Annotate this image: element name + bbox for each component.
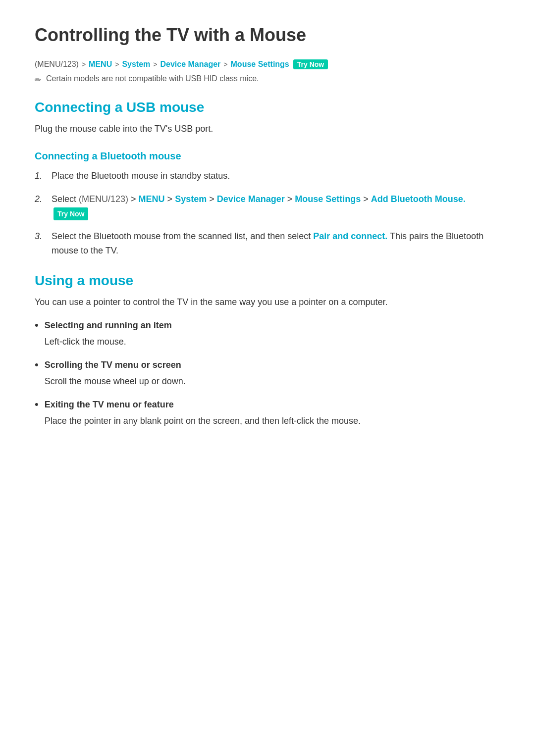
note-text: Certain models are not compatible with U… xyxy=(46,74,259,83)
step-2-arrow-3: > xyxy=(209,194,217,204)
using-bullet-list: • Selecting and running an item Left-cli… xyxy=(35,319,500,428)
step-2-menu123: (MENU/123) xyxy=(79,194,128,204)
note-row: ✏ Certain models are not compatible with… xyxy=(35,74,500,85)
using-item-1: • Selecting and running an item Left-cli… xyxy=(35,319,500,349)
using-section-heading: Using a mouse xyxy=(35,273,500,289)
bluetooth-step-1: 1. Place the Bluetooth mouse in standby … xyxy=(35,169,500,183)
step-3-text-before: Select the Bluetooth mouse from the scan… xyxy=(52,231,313,241)
breadcrumb-arrow-3: > xyxy=(153,60,157,68)
bullet-dot-3: • xyxy=(35,399,39,410)
step-3-content: Select the Bluetooth mouse from the scan… xyxy=(52,229,500,258)
page-title: Controlling the TV with a Mouse xyxy=(35,25,500,46)
using-item-2-content: Scrolling the TV menu or screen Scroll t… xyxy=(45,358,186,388)
breadcrumb-arrow-2: > xyxy=(115,60,119,68)
breadcrumb-arrow-1: > xyxy=(82,60,86,68)
bluetooth-step-2: 2. Select (MENU/123) > MENU > System > D… xyxy=(35,192,500,221)
step-2-arrow-2: > xyxy=(167,194,175,204)
try-now-badge-step2[interactable]: Try Now xyxy=(54,207,88,220)
using-section-intro: You can use a pointer to control the TV … xyxy=(35,296,500,309)
try-now-badge-main[interactable]: Try Now xyxy=(293,59,328,69)
using-item-3: • Exiting the TV menu or feature Place t… xyxy=(35,398,500,428)
breadcrumb-menu[interactable]: MENU xyxy=(89,60,112,69)
note-icon: ✏ xyxy=(35,75,41,85)
step-2-arrow-1: > xyxy=(131,194,139,204)
step-1-text: Place the Bluetooth mouse in standby sta… xyxy=(52,169,230,183)
bullet-dot-1: • xyxy=(35,320,39,331)
usb-section-heading: Connecting a USB mouse xyxy=(35,100,500,115)
step-2-device-manager[interactable]: Device Manager xyxy=(217,194,285,204)
bluetooth-section-heading: Connecting a Bluetooth mouse xyxy=(35,151,500,162)
step-2-text-before: Select xyxy=(52,194,79,204)
breadcrumb-device-manager[interactable]: Device Manager xyxy=(160,60,221,69)
step-2-arrow-5: > xyxy=(363,194,371,204)
step-2-number: 2. xyxy=(35,192,45,206)
bluetooth-step-3: 3. Select the Bluetooth mouse from the s… xyxy=(35,229,500,258)
step-1-number: 1. xyxy=(35,169,45,183)
bullet-dot-2: • xyxy=(35,359,39,370)
step-2-menu[interactable]: MENU xyxy=(139,194,165,204)
step-2-content: Select (MENU/123) > MENU > System > Devi… xyxy=(52,192,500,221)
usb-section-body: Plug the mouse cable into the TV's USB p… xyxy=(35,122,500,136)
breadcrumb-system[interactable]: System xyxy=(122,60,150,69)
using-item-3-desc: Place the pointer in any blank point on … xyxy=(45,414,361,428)
breadcrumb-mouse-settings[interactable]: Mouse Settings xyxy=(231,60,289,69)
step-3-pair-connect[interactable]: Pair and connect. xyxy=(313,231,387,241)
using-item-2: • Scrolling the TV menu or screen Scroll… xyxy=(35,358,500,388)
step-2-mouse-settings[interactable]: Mouse Settings xyxy=(295,194,361,204)
using-item-3-title: Exiting the TV menu or feature xyxy=(45,398,361,411)
breadcrumb-arrow-4: > xyxy=(223,60,227,68)
using-item-1-desc: Left-click the mouse. xyxy=(45,335,172,349)
using-item-2-desc: Scroll the mouse wheel up or down. xyxy=(45,375,186,388)
using-item-1-content: Selecting and running an item Left-click… xyxy=(45,319,172,349)
breadcrumb: (MENU/123) > MENU > System > Device Mana… xyxy=(35,59,500,69)
bluetooth-section: Connecting a Bluetooth mouse 1. Place th… xyxy=(35,151,500,258)
using-item-2-title: Scrolling the TV menu or screen xyxy=(45,358,186,372)
using-item-1-title: Selecting and running an item xyxy=(45,319,172,332)
step-2-add-bluetooth[interactable]: Add Bluetooth Mouse. xyxy=(371,194,466,204)
breadcrumb-menu123: (MENU/123) xyxy=(35,60,79,69)
usb-section: Connecting a USB mouse Plug the mouse ca… xyxy=(35,100,500,136)
using-section: Using a mouse You can use a pointer to c… xyxy=(35,273,500,428)
bluetooth-steps-list: 1. Place the Bluetooth mouse in standby … xyxy=(35,169,500,258)
step-2-system[interactable]: System xyxy=(175,194,207,204)
using-item-3-content: Exiting the TV menu or feature Place the… xyxy=(45,398,361,428)
step-3-number: 3. xyxy=(35,229,45,244)
step-2-arrow-4: > xyxy=(287,194,295,204)
